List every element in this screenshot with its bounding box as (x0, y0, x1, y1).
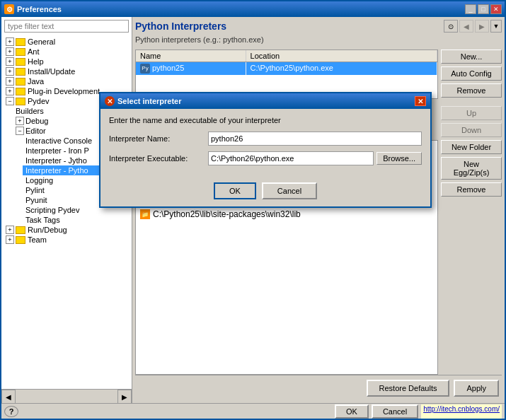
dialog-title-icon: ✕ (105, 96, 115, 106)
sidebar-item-label: Interactive Console (25, 136, 92, 145)
sidebar-item-general[interactable]: + General (3, 37, 130, 47)
title-bar: ⚙ Preferences _ □ ✕ (1, 1, 505, 17)
interpreter-name-row: Interpreter Name: (109, 132, 422, 146)
folder-icon (16, 78, 25, 86)
new-folder-button[interactable]: New Folder (441, 140, 502, 154)
sidebar-item-label: Plug-in Development (28, 87, 100, 95)
right-buttons-updown: Up Down (438, 106, 502, 137)
folder-icon (16, 88, 25, 95)
apply-button[interactable]: Apply (454, 380, 499, 397)
cell-location: C:\Python25\python.exe (246, 62, 437, 76)
select-interpreter-dialog: ✕ Select interpreter ✕ Enter the name an… (99, 92, 432, 208)
window-icon: ⚙ (4, 4, 14, 14)
expand-icon: + (6, 87, 14, 95)
expand-icon: + (6, 57, 14, 66)
lib-icon: 📁 (140, 209, 150, 219)
nav-back-button[interactable]: ⊙ (444, 20, 458, 33)
sidebar-item-label: Task Tags (25, 216, 60, 224)
tree-area: + General + Ant + Help + Install (1, 35, 132, 389)
folder-icon (16, 58, 25, 66)
folder-icon (16, 236, 25, 244)
panel-nav: ⊙ ◀ ▶ ▼ (444, 20, 502, 33)
expand-icon: + (6, 77, 14, 86)
sidebar-item-install-update[interactable]: + Install/Update (3, 66, 130, 76)
folder-icon (16, 98, 25, 105)
nav-dropdown-button[interactable]: ▼ (490, 20, 502, 33)
horizontal-scrollbar[interactable] (16, 390, 117, 403)
up-button[interactable]: Up (441, 106, 502, 120)
bottom-bar: Restore Defaults Apply (135, 375, 502, 400)
nav-forward-button[interactable]: ◀ (459, 20, 473, 33)
sidebar-item-label: Editor (25, 127, 46, 135)
sidebar-item-label: Install/Update (28, 67, 75, 76)
auto-config-button[interactable]: Auto Config (441, 66, 502, 81)
down-button[interactable]: Down (441, 123, 502, 137)
sidebar-item-label: Java (28, 77, 44, 86)
interpreter-subtitle: Python interpreters (e.g.: python.exe) (135, 35, 502, 44)
interpreters-table: Name Location Pypython25 C:\Python25\pyt… (136, 50, 437, 75)
sidebar-item-task-tags[interactable]: Task Tags (23, 215, 130, 225)
sidebar-item-label: Logging (25, 176, 53, 185)
title-bar-buttons: _ □ ✕ (465, 4, 502, 14)
browse-button[interactable]: Browse... (376, 152, 422, 165)
remove-button[interactable]: Remove (441, 83, 502, 98)
main-panel: Python Interpreters ⊙ ◀ ▶ ▼ Python inter… (132, 17, 505, 403)
window-title: Preferences (17, 5, 465, 13)
expand-icon: − (16, 127, 24, 135)
interpreter-name-input[interactable] (208, 132, 422, 146)
sidebar: + General + Ant + Help + Install (1, 17, 132, 403)
table-row[interactable]: Pypython25 C:\Python25\python.exe (136, 62, 437, 76)
sidebar-item-label: Help (28, 57, 44, 66)
panel-title: Python Interpreters (135, 21, 226, 32)
interpreter-executable-row: Interpreter Executable: Browse... (109, 151, 422, 165)
sidebar-item-label: Interpreter - Iron P (25, 146, 89, 155)
python-icon: Py (140, 64, 150, 74)
right-buttons-libs: New Folder New Egg/Zip(s) Remove (438, 140, 502, 375)
folder-icon (16, 226, 25, 234)
expand-icon: + (6, 47, 14, 56)
close-button[interactable]: ✕ (490, 4, 502, 14)
sidebar-item-label: Interpreter - Jytho (25, 156, 87, 165)
remove2-button[interactable]: Remove (441, 182, 502, 197)
minimize-button[interactable]: _ (465, 4, 476, 14)
cell-name: Pypython25 (136, 62, 246, 76)
status-link[interactable]: http://itech.cnblogs.com/ (421, 404, 502, 419)
sidebar-item-run-debug[interactable]: + Run/Debug (3, 225, 130, 235)
sidebar-item-help[interactable]: + Help (3, 57, 130, 66)
dialog-title-text: Select interpreter (117, 97, 415, 105)
folder-icon (16, 68, 25, 76)
sidebar-item-label: Scripting Pydev (25, 206, 79, 214)
sidebar-item-label: Builders (16, 107, 44, 115)
scroll-left-button[interactable]: ◀ (1, 390, 16, 403)
new-egg-zip-button[interactable]: New Egg/Zip(s) (441, 157, 502, 180)
sidebar-item-team[interactable]: + Team (3, 235, 130, 245)
dialog-body: Enter the name and executable of your in… (100, 109, 430, 178)
filter-input[interactable] (4, 20, 129, 33)
sidebar-item-ant[interactable]: + Ant (3, 47, 130, 57)
expand-icon: + (16, 117, 24, 125)
cancel-button[interactable]: Cancel (372, 404, 418, 419)
sidebar-item-label: Run/Debug (28, 226, 67, 234)
restore-defaults-button[interactable]: Restore Defaults (367, 380, 450, 397)
ok-button[interactable]: OK (335, 404, 369, 419)
folder-icon (16, 48, 25, 56)
dialog-ok-button[interactable]: OK (214, 182, 256, 199)
sidebar-item-label: General (28, 37, 55, 46)
sidebar-item-label: Interpreter - Pytho (25, 166, 88, 175)
new-button[interactable]: New... (441, 49, 502, 64)
right-buttons-top: New... Auto Config Remove (438, 49, 502, 102)
sidebar-scrollbar-area: ◀ ▶ (1, 389, 132, 403)
maximize-button[interactable]: □ (478, 4, 489, 14)
help-button[interactable]: ? (4, 406, 18, 417)
expand-icon: − (6, 97, 14, 105)
dialog-close-button[interactable]: ✕ (415, 96, 426, 106)
expand-icon: + (6, 226, 14, 234)
content-area: + General + Ant + Help + Install (1, 17, 505, 403)
list-item[interactable]: 📁 C:\Python25\lib\site-packages\win32\li… (136, 209, 437, 220)
dialog-title-bar: ✕ Select interpreter ✕ (100, 93, 430, 109)
scroll-right-button[interactable]: ▶ (117, 390, 132, 403)
dialog-cancel-button[interactable]: Cancel (262, 182, 317, 199)
interpreter-executable-input[interactable] (208, 151, 374, 165)
nav-forward2-button[interactable]: ▶ (475, 20, 489, 33)
sidebar-item-java[interactable]: + Java (3, 76, 130, 86)
